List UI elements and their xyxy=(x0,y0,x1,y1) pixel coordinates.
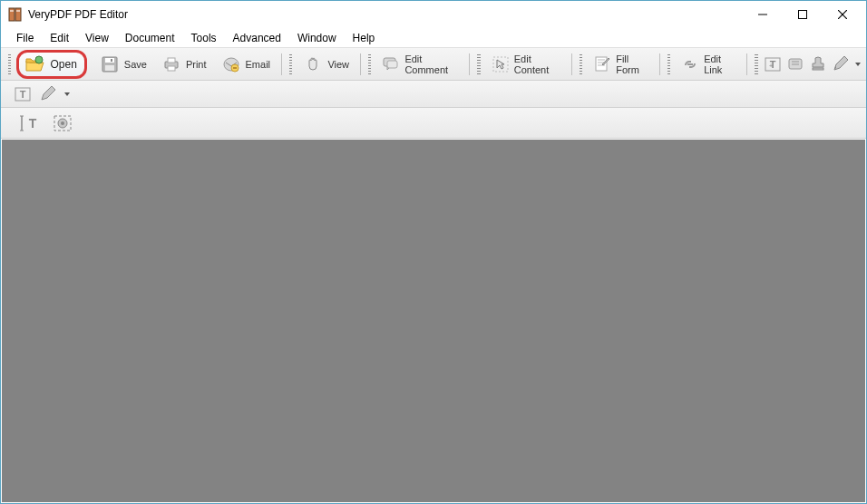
document-area xyxy=(2,140,865,502)
stamp-icon[interactable] xyxy=(808,53,827,75)
svg-text:+: + xyxy=(769,63,773,69)
edit-content-button[interactable]: Edit Content xyxy=(486,51,566,78)
svg-rect-3 xyxy=(16,10,20,12)
svg-point-41 xyxy=(61,121,64,125)
window: VeryPDF PDF Editor File Edit View Docume… xyxy=(0,0,867,504)
toolbar-grip xyxy=(755,54,757,74)
folder-open-icon xyxy=(24,54,44,74)
link-icon xyxy=(681,54,699,74)
comment-icon xyxy=(382,54,400,74)
minimize-button[interactable] xyxy=(743,2,783,27)
save-button[interactable]: Save xyxy=(94,52,152,77)
window-title: VeryPDF PDF Editor xyxy=(28,8,743,21)
svg-rect-10 xyxy=(105,58,114,63)
svg-rect-12 xyxy=(111,59,112,62)
text-tool-icon[interactable]: T xyxy=(12,83,34,105)
text-box-icon[interactable]: T+ xyxy=(764,53,783,75)
fill-form-label: Fill Form xyxy=(616,53,648,75)
svg-rect-2 xyxy=(10,10,14,12)
form-icon xyxy=(593,54,611,74)
menu-help[interactable]: Help xyxy=(345,30,384,46)
svg-rect-32 xyxy=(813,68,823,70)
edit-content-label: Edit Content xyxy=(514,53,560,75)
toolbar-separator xyxy=(571,53,572,75)
save-label: Save xyxy=(124,59,147,70)
toolbar-tertiary: T xyxy=(1,108,866,139)
menu-document[interactable]: Document xyxy=(117,30,183,46)
svg-rect-19 xyxy=(387,61,397,68)
printer-icon xyxy=(161,54,181,74)
titlebar: VeryPDF PDF Editor xyxy=(1,1,866,28)
print-label: Print xyxy=(186,59,207,70)
edit-link-button[interactable]: Edit Link xyxy=(676,51,741,78)
snapshot-icon[interactable] xyxy=(50,112,75,134)
text-cursor-icon[interactable]: T xyxy=(17,112,43,134)
svg-rect-15 xyxy=(168,66,175,71)
edit-comment-label: Edit Comment xyxy=(404,53,458,75)
svg-text:T: T xyxy=(29,116,37,131)
view-button[interactable]: View xyxy=(297,52,355,77)
svg-text:T: T xyxy=(20,89,26,100)
maximize-button[interactable] xyxy=(783,2,823,27)
dropdown-icon[interactable] xyxy=(64,92,70,96)
pencil-icon[interactable] xyxy=(831,53,850,75)
save-icon xyxy=(100,54,120,74)
edit-link-label: Edit Link xyxy=(704,53,735,75)
email-label: Email xyxy=(246,59,271,70)
open-label: Open xyxy=(50,58,76,71)
toolbar-secondary: T xyxy=(1,81,866,108)
toolbar-grip xyxy=(667,54,670,74)
toolbar-grip xyxy=(289,54,292,74)
menu-advanced[interactable]: Advanced xyxy=(225,30,289,46)
toolbar-separator xyxy=(659,53,660,75)
window-controls xyxy=(743,2,862,27)
menu-window[interactable]: Window xyxy=(289,30,345,46)
toolbar-grip xyxy=(580,54,582,74)
cursor-icon xyxy=(492,54,510,74)
email-icon xyxy=(221,54,241,74)
toolbar-main: Open Save Print Email View xyxy=(1,48,866,81)
app-icon xyxy=(8,7,23,22)
toolbar-separator xyxy=(360,53,361,75)
dropdown-icon[interactable] xyxy=(855,63,861,66)
svg-rect-5 xyxy=(799,11,807,19)
menu-view[interactable]: View xyxy=(77,30,117,46)
print-button[interactable]: Print xyxy=(156,52,212,77)
edit-comment-button[interactable]: Edit Comment xyxy=(376,51,463,78)
toolbar-grip xyxy=(368,54,371,74)
edit-pencil-icon[interactable] xyxy=(37,83,59,105)
toolbar-grip xyxy=(8,54,11,74)
svg-rect-14 xyxy=(168,58,175,63)
menu-tools[interactable]: Tools xyxy=(183,30,225,46)
toolbar-grip xyxy=(477,54,480,74)
view-label: View xyxy=(327,59,349,70)
toolbar-separator xyxy=(746,53,747,75)
toolbar-separator xyxy=(469,53,470,75)
open-button[interactable]: Open xyxy=(16,50,86,79)
fill-form-button[interactable]: Fill Form xyxy=(588,51,654,78)
menu-file[interactable]: File xyxy=(8,30,42,46)
menu-edit[interactable]: Edit xyxy=(42,30,77,46)
email-button[interactable]: Email xyxy=(216,52,277,77)
hand-icon xyxy=(303,54,323,74)
toolbar-separator xyxy=(281,53,282,75)
svg-rect-11 xyxy=(105,65,114,71)
note-icon[interactable] xyxy=(785,53,804,75)
menubar: File Edit View Document Tools Advanced W… xyxy=(1,28,866,48)
close-button[interactable] xyxy=(823,2,862,27)
